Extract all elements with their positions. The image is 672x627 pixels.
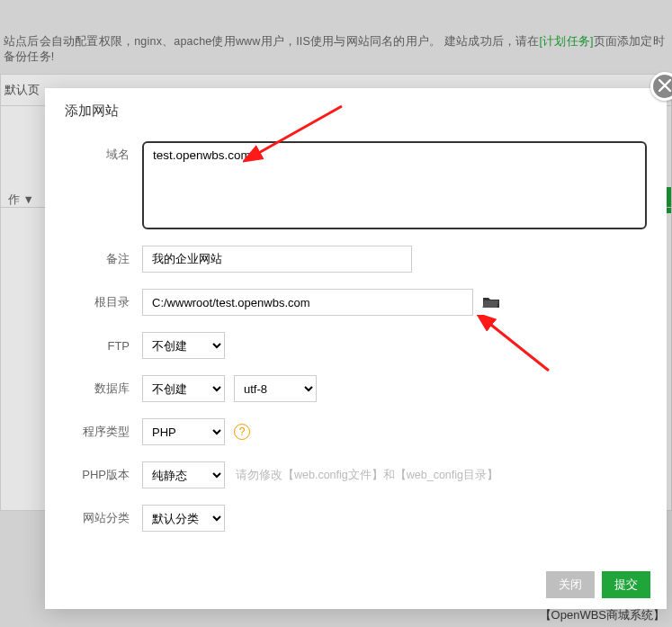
submit-button[interactable]: 提交 bbox=[602, 571, 650, 598]
label-phpver: PHP版本 bbox=[65, 467, 142, 483]
modal-title: 添加网站 bbox=[45, 88, 667, 141]
cancel-button[interactable]: 关闭 bbox=[546, 571, 595, 598]
db-select[interactable]: 不创建 bbox=[142, 375, 225, 402]
help-icon[interactable]: ? bbox=[234, 424, 250, 440]
php-version-select[interactable]: 纯静态 bbox=[142, 461, 225, 488]
label-prog: 程序类型 bbox=[65, 424, 142, 440]
modal-footer: 关闭 提交 bbox=[45, 560, 667, 609]
prog-type-select[interactable]: PHP bbox=[142, 418, 225, 445]
domain-input[interactable] bbox=[142, 141, 647, 229]
root-dir-input[interactable] bbox=[142, 289, 473, 316]
footer-brand: 【OpenWBS商城系统】 bbox=[540, 607, 665, 623]
label-category: 网站分类 bbox=[65, 510, 142, 526]
close-button[interactable] bbox=[650, 72, 672, 101]
charset-select[interactable]: utf-8 bbox=[234, 375, 317, 402]
label-ftp: FTP bbox=[65, 339, 142, 353]
phpver-hint: 请勿修改【web.config文件】和【web_config目录】 bbox=[236, 468, 498, 483]
add-site-modal: 添加网站 域名 备注 根目录 FTP 不创建 数据库 不创建 utf-8 bbox=[45, 88, 667, 609]
label-root: 根目录 bbox=[65, 294, 142, 310]
category-select[interactable]: 默认分类 bbox=[142, 505, 225, 532]
label-db: 数据库 bbox=[65, 381, 142, 397]
form: 域名 备注 根目录 FTP 不创建 数据库 不创建 utf-8 程序类型 PHP bbox=[45, 141, 667, 555]
label-domain: 域名 bbox=[65, 141, 142, 163]
label-remark: 备注 bbox=[65, 251, 142, 267]
folder-icon[interactable] bbox=[482, 295, 500, 309]
close-icon bbox=[659, 79, 671, 94]
remark-input[interactable] bbox=[142, 246, 412, 273]
ftp-select[interactable]: 不创建 bbox=[142, 332, 225, 359]
